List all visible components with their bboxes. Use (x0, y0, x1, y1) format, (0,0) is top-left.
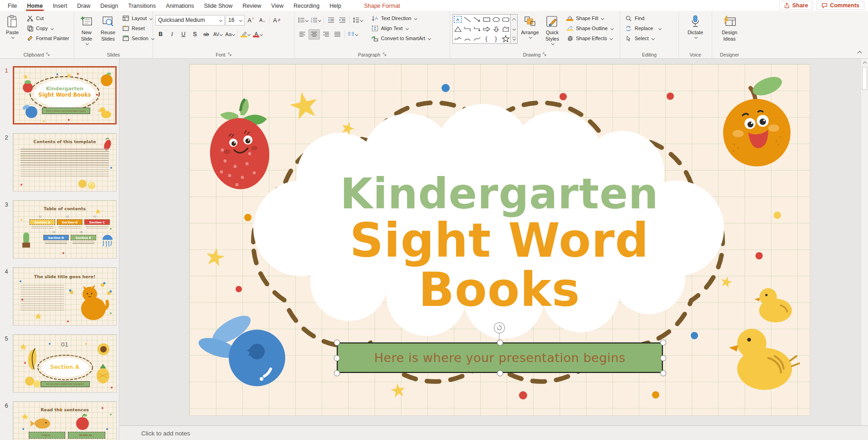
shape-elbow-connector[interactable] (462, 24, 472, 34)
font-dialog-launcher-icon[interactable] (228, 52, 232, 57)
align-right-button[interactable] (321, 30, 331, 39)
shape-rounded-rectangle[interactable] (501, 15, 510, 24)
selection-handle-top-right[interactable] (660, 340, 666, 346)
shape-freeform[interactable] (501, 24, 510, 34)
notes-area[interactable]: Click to add notes (119, 425, 868, 440)
italic-button[interactable]: I (167, 30, 177, 39)
clear-formatting-button[interactable]: A (272, 16, 282, 25)
slide-thumbnail-6[interactable]: Read the sentences I see a... He eats an… (13, 401, 117, 440)
shape-arc[interactable] (462, 34, 472, 43)
shape-star[interactable] (501, 34, 510, 43)
drawing-dialog-launcher-icon[interactable] (543, 52, 547, 57)
reset-button[interactable]: Reset (119, 23, 156, 33)
scrollbar-up-arrow[interactable] (861, 59, 868, 66)
shapes-gallery-more[interactable] (511, 34, 517, 43)
increase-indent-button[interactable] (337, 16, 348, 25)
paragraph-dialog-launcher-icon[interactable] (383, 52, 387, 57)
layout-button[interactable]: Layout (119, 13, 156, 23)
shapes-scroll-down[interactable] (511, 24, 517, 34)
shape-scribble[interactable] (453, 34, 462, 43)
shape-line-arrow[interactable] (472, 15, 482, 24)
new-slide-button[interactable]: New Slide (77, 12, 97, 46)
shape-rectangle[interactable] (482, 15, 491, 24)
menu-shape-format[interactable]: Shape Format (359, 1, 405, 10)
menu-file[interactable]: File (3, 1, 22, 10)
numbering-button[interactable]: 123 (310, 16, 322, 25)
bullets-button[interactable] (297, 16, 309, 25)
quick-styles-button[interactable]: Quick Styles (542, 12, 562, 46)
collapse-ribbon-button[interactable] (855, 49, 863, 56)
text-highlight-button[interactable] (240, 30, 251, 39)
menu-view[interactable]: View (266, 1, 288, 10)
design-ideas-button[interactable]: Design Ideas (714, 12, 745, 46)
selection-handle-bottom-left[interactable] (334, 370, 340, 376)
justify-button[interactable] (332, 30, 343, 39)
text-direction-button[interactable]: A Text Direction (369, 13, 433, 23)
section-button[interactable]: Section (119, 33, 156, 43)
slide-thumbnail-2[interactable]: Contents of this template (13, 133, 117, 192)
menu-help[interactable]: Help (324, 1, 346, 10)
selection-handle-top-left[interactable] (334, 340, 340, 346)
select-button[interactable]: Select (622, 33, 663, 43)
shape-arrow-right[interactable] (482, 24, 491, 34)
columns-button[interactable] (347, 30, 359, 39)
paste-button[interactable]: Paste (2, 12, 22, 46)
shape-left-brace[interactable]: { (482, 34, 491, 43)
font-color-button[interactable]: A (252, 30, 263, 39)
menu-insert[interactable]: Insert (48, 1, 72, 10)
shape-oval[interactable] (491, 15, 501, 24)
slide-thumbnail-4[interactable]: The slide title goes here! (13, 267, 117, 326)
format-painter-button[interactable]: Format Painter (24, 33, 72, 43)
dictate-button[interactable]: Dictate (685, 12, 705, 46)
align-text-button[interactable]: Align Text (369, 23, 433, 33)
change-case-button[interactable]: Aa (224, 30, 236, 39)
text-shadow-button[interactable]: S (190, 30, 200, 39)
line-spacing-button[interactable] (352, 16, 364, 25)
menu-home[interactable]: Home (22, 1, 48, 10)
share-button[interactable]: Share (779, 1, 813, 10)
selection-handle-middle-left[interactable] (334, 355, 340, 361)
slide-title[interactable]: Kindergarten Sight Word Books (267, 173, 732, 314)
selection-handle-middle-right[interactable] (660, 355, 666, 361)
clipboard-dialog-launcher-icon[interactable] (46, 52, 50, 57)
shape-effects-button[interactable]: Shape Effects (564, 33, 616, 43)
arrange-button[interactable]: Arrange (519, 12, 541, 46)
align-center-button[interactable] (308, 29, 320, 40)
character-spacing-button[interactable]: AV (212, 30, 223, 39)
comments-button[interactable]: Comments (817, 1, 864, 10)
increase-font-size-button[interactable]: A˄ (246, 16, 256, 25)
menu-slide-show[interactable]: Slide Show (199, 1, 238, 10)
bold-button[interactable]: B (155, 30, 166, 39)
shape-right-brace[interactable]: } (491, 34, 501, 43)
menu-recording[interactable]: Recording (288, 1, 324, 10)
find-button[interactable]: Find (622, 13, 663, 23)
font-name-combobox[interactable]: Quicksand Medium (155, 15, 225, 26)
shape-fill-button[interactable]: Shape Fill (564, 13, 616, 23)
slide-thumbnail-3[interactable]: Table of contents 01 02 03 Section A Sec… (13, 200, 117, 259)
shape-triangle[interactable] (453, 24, 462, 34)
menu-design[interactable]: Design (95, 1, 123, 10)
selection-handle-bottom-right[interactable] (660, 370, 666, 376)
slide-editing-surface[interactable]: Kindergarten Sight Word Books Here is wh… (190, 64, 810, 415)
align-left-button[interactable] (297, 30, 308, 39)
shape-elbow-arrow-connector[interactable] (472, 24, 482, 34)
selection-handle-top-center[interactable] (497, 340, 503, 346)
replace-button[interactable]: bc Replace (622, 23, 663, 33)
copy-button[interactable]: Copy (24, 23, 72, 33)
decrease-indent-button[interactable] (326, 16, 336, 25)
shape-curve[interactable] (472, 34, 482, 43)
selection-handle-bottom-center[interactable] (497, 370, 503, 376)
shape-arrow-down[interactable] (491, 24, 501, 34)
menu-review[interactable]: Review (237, 1, 266, 10)
convert-smartart-button[interactable]: Convert to SmartArt (369, 33, 433, 43)
subtitle-textbox[interactable]: Here is where your presentation begins (337, 342, 663, 373)
menu-draw[interactable]: Draw (72, 1, 95, 10)
shape-line[interactable] (462, 15, 472, 24)
strikethrough-button[interactable]: ab (201, 30, 211, 39)
underline-button[interactable]: U (178, 30, 189, 39)
font-size-combobox[interactable]: 16 (226, 15, 245, 26)
scrollbar-thumb[interactable] (862, 67, 867, 90)
vertical-scrollbar[interactable] (861, 59, 868, 425)
slide-thumbnail-1[interactable]: Kindergarten Sight Word Books Here is wh… (13, 66, 117, 124)
menu-transitions[interactable]: Transitions (123, 1, 161, 10)
